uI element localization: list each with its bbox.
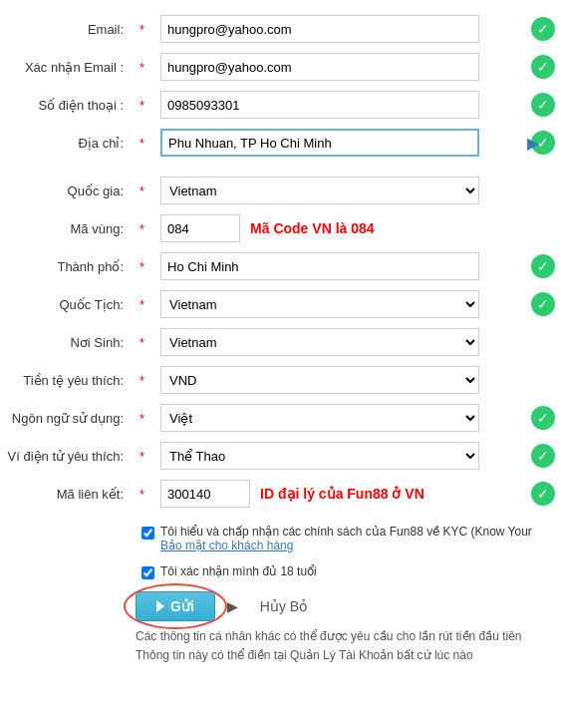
submit-arrow-icon [156,600,164,612]
submit-btn-wrap: Gửi [136,591,215,621]
referral-id-note: ID đại lý của Fun88 ở VN [260,486,424,502]
currency-select[interactable]: VND [160,366,479,394]
age-text: Tôi xác nhận mình đủ 18 tuổi [160,564,317,578]
language-label: Ngôn ngữ sử dụng: [0,399,130,437]
registration-form: Email: * ✓ Xác nhận Email : * ✓ Số điện … [0,10,561,513]
required-star: * [140,449,144,464]
phone-check-icon: ✓ [531,93,555,117]
email-check-icon: ✓ [531,17,555,41]
country-label: Quốc gia: [0,172,130,209]
language-select[interactable]: Việt [160,404,479,432]
kyc-text: Tôi hiểu và chấp nhận các chính sách của… [160,525,532,539]
area-code-label: Mã vùng: [0,209,130,247]
footer-info: Các thông tin cá nhân khác có thể được y… [136,627,561,665]
footer-line-2: Thông tin này có thể điền tại Quản Lý Tà… [136,646,561,665]
currency-label: Tiền tệ yêu thích: [0,361,130,399]
wallet-select[interactable]: Thể Thao [160,442,479,470]
city-check-icon: ✓ [531,254,555,278]
confirm-email-input[interactable] [160,53,479,81]
email-label: Email: [0,10,130,48]
referral-check-icon: ✓ [531,482,555,506]
required-star: * [140,373,144,388]
required-star: * [140,335,144,350]
kyc-link[interactable]: Bảo mật cho khách hàng [160,539,293,552]
nationality-check-icon: ✓ [531,292,555,316]
referral-input[interactable] [160,480,250,508]
kyc-checkbox[interactable] [141,527,154,540]
phone-label: Số điện thoại : [0,86,130,124]
required-star: * [140,22,144,37]
referral-label: Mã liên kết: [0,475,130,513]
confirm-email-check-icon: ✓ [531,55,555,79]
required-star: * [140,183,144,198]
separator: ▶ [227,598,238,614]
birthplace-label: Nơi Sinh: [0,323,130,361]
submit-button[interactable]: Gửi [136,591,215,621]
form-buttons: Gửi ▶ Hủy Bỏ [136,591,561,621]
submit-label: Gửi [170,598,194,614]
birthplace-select[interactable]: Vietnam [160,328,479,356]
required-star: * [140,221,144,236]
area-code-note: Mã Code VN là 084 [250,220,375,236]
age-checkbox-row: Tôi xác nhận mình đủ 18 tuổi [136,560,561,583]
cancel-button[interactable]: Hủy Bỏ [250,592,318,620]
required-star: * [140,411,144,426]
email-input[interactable] [160,15,479,43]
city-label: Thành phố: [0,247,130,285]
nationality-select[interactable]: Vietnam [160,290,479,318]
address-input[interactable] [160,129,479,157]
confirm-email-label: Xác nhận Email : [0,48,130,86]
area-code-input[interactable] [160,214,240,242]
city-input[interactable] [160,252,479,280]
required-star: * [140,487,144,502]
footer-line-1: Các thông tin cá nhân khác có thể được y… [136,627,561,646]
address-side-arrow: ▶ [527,134,539,153]
required-star: * [140,98,144,113]
country-select[interactable]: Vietnam [160,177,479,204]
language-check-icon: ✓ [531,406,555,430]
required-star: * [140,60,144,75]
address-label: Địa chỉ: [0,124,130,162]
required-star: * [140,259,144,274]
wallet-check-icon: ✓ [531,444,555,468]
phone-input[interactable] [160,91,479,119]
wallet-label: Ví điện tử yêu thích: [0,437,130,475]
kyc-checkbox-row: Tôi hiểu và chấp nhận các chính sách của… [136,521,561,556]
nationality-label: Quốc Tịch: [0,285,130,323]
email-field-cell [154,10,519,48]
age-checkbox[interactable] [141,566,154,579]
required-star: * [140,136,144,151]
required-star: * [140,297,144,312]
